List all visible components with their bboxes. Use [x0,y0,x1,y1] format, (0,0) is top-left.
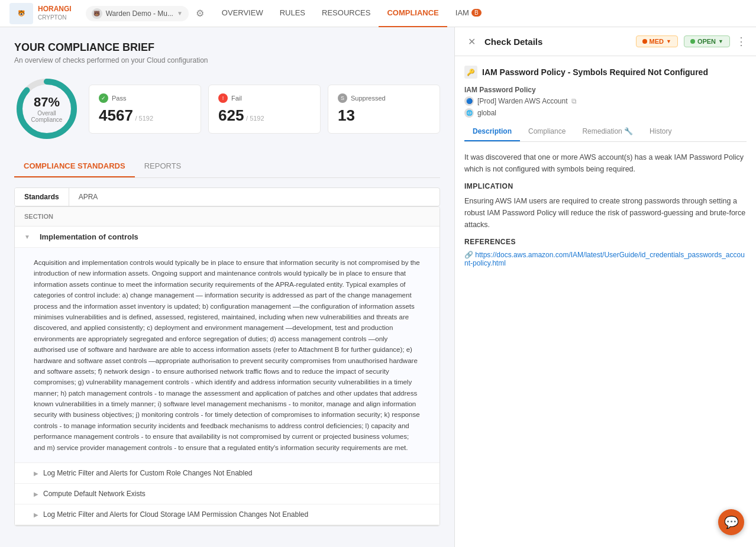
panel-title: Check Details [484,37,630,47]
stat-cards: ✓ Pass 4567 / 5192 ! Fail 625 [89,85,440,134]
main-layout: YOUR COMPLIANCE BRIEF An overview of che… [0,27,756,547]
chevron-down-icon[interactable]: ▼ [24,234,30,240]
check-row[interactable]: ▶ Compute Default Network Exists [15,484,440,504]
check-name-row: 🔑 IAM Password Policy - Symbols Required… [464,66,747,79]
region-meta-icon: 🌐 [464,108,474,118]
brief-title: YOUR COMPLIANCE BRIEF [14,41,440,54]
nav-iam[interactable]: IAM B [447,0,490,27]
chat-button[interactable]: 💬 [718,509,744,535]
severity-dot [642,39,647,44]
compliance-brief: YOUR COMPLIANCE BRIEF An overview of che… [14,41,440,64]
check-category-icon: 🔑 [464,66,477,79]
chevron-right-icon: ▶ [34,512,38,518]
right-panel: ✕ Check Details MED ▼ OPEN ▼ ⋮ 🔑 IAM Pas… [454,27,756,547]
tab-apra[interactable]: APRA [69,188,108,206]
panel-header: ✕ Check Details MED ▼ OPEN ▼ ⋮ [455,27,756,56]
section-label: Implementation of controls [40,232,138,241]
account-meta-icon: 🔵 [464,96,474,106]
check-meta: IAM Password Policy 🔵 [Prod] Warden AWS … [464,86,747,118]
check-name: IAM Password Policy - Symbols Required N… [482,67,708,77]
severity-label: MED [650,38,664,45]
tab-standards[interactable]: Standards [15,188,69,206]
fail-label: Fail [231,95,242,102]
compliance-donut: 87% Overall Compliance [14,76,79,141]
nav-resources[interactable]: RESOURCES [314,0,379,27]
settings-button[interactable]: ⚙ [196,8,204,19]
section-description: Acquisition and implementation controls … [15,248,440,463]
pass-label: Pass [112,95,126,102]
account-name: Warden Demo - Mu... [106,9,173,18]
references-heading: REFERENCES [464,238,747,246]
copy-button[interactable]: ⧉ [571,97,577,105]
chevron-down-icon: ▼ [666,38,671,44]
tab-compliance[interactable]: Compliance [520,122,574,141]
iam-badge: B [471,9,482,17]
logo-text: HORANGICRYPTON [38,5,72,21]
account-row: 🔵 [Prod] Warden AWS Account ⧉ [464,96,747,106]
check-row[interactable]: ▶ Log Metric Filter and Alerts for Cloud… [15,504,440,525]
tab-reports[interactable]: REPORTS [135,156,191,177]
description-content: It was discovered that one or more AWS a… [464,151,747,267]
region-value: global [477,109,496,117]
left-panel: YOUR COMPLIANCE BRIEF An overview of che… [0,27,454,547]
suppressed-label: Suppressed [351,95,386,102]
tab-compliance-standards[interactable]: COMPLIANCE STANDARDS [14,156,135,177]
check-row[interactable]: ▶ Log Metric Filter and Alerts for Custo… [15,463,440,484]
chevron-right-icon: ▶ [34,491,38,497]
tab-remediation[interactable]: Remediation 🔧 [574,122,641,141]
fail-count: 625 / 5192 [218,106,311,125]
description-text: It was discovered that one or more AWS a… [464,151,747,175]
pass-count: 4567 / 5192 [99,106,191,125]
nav-overview[interactable]: OVERVIEW [214,0,272,27]
section-row[interactable]: ▼ Implementation of controls [15,226,440,248]
standards-tabs: Standards APRA [14,187,440,206]
status-label: OPEN [697,38,716,45]
severity-dropdown[interactable]: MED ▼ [636,35,678,47]
implication-heading: IMPLICATION [464,182,747,190]
pass-icon: ✓ [99,93,108,103]
fail-card: ! Fail 625 / 5192 [208,85,321,134]
compliance-table: Section ▼ Implementation of controls Acq… [14,206,440,526]
fail-icon: ! [218,93,228,103]
logo-icon: 🐯 [9,3,33,24]
status-dot [690,39,695,44]
nav-rules[interactable]: RULES [272,0,314,27]
check-category-label: IAM Password Policy [464,86,747,94]
more-options-button[interactable]: ⋮ [736,35,747,48]
check-label-1: Log Metric Filter and Alerts for Custom … [43,469,253,477]
implication-text: Ensuring AWS IAM users are required to c… [464,195,747,231]
chevron-right-icon: ▶ [34,470,38,477]
panel-body: 🔑 IAM Password Policy - Symbols Required… [455,56,756,547]
check-label-2: Compute Default Network Exists [43,490,146,498]
nav-items: OVERVIEW RULES RESOURCES COMPLIANCE IAM … [214,0,490,27]
expanded-content: Acquisition and implementation controls … [15,248,440,526]
brief-subtitle: An overview of checks performed on your … [14,56,440,64]
status-dropdown[interactable]: OPEN ▼ [684,35,730,47]
brief-row: 87% Overall Compliance ✓ Pass 4567 / 519… [14,76,440,141]
region-row: 🌐 global [464,108,747,118]
logo-area: 🐯 HORANGICRYPTON [9,3,72,24]
pass-card: ✓ Pass 4567 / 5192 [89,85,201,134]
tab-history[interactable]: History [641,122,680,141]
main-tabs: COMPLIANCE STANDARDS REPORTS [14,156,440,178]
detail-tabs: Description Compliance Remediation 🔧 His… [464,122,747,142]
suppressed-icon: S [338,93,347,103]
account-icon: 🐻 [92,8,102,19]
compliance-percentage: 87% [31,95,63,110]
chevron-down-icon: ▼ [177,10,183,17]
suppressed-count: 13 [338,106,430,125]
compliance-label: Overall Compliance [31,110,63,123]
account-value: [Prod] Warden AWS Account [477,97,568,105]
nav-compliance[interactable]: COMPLIANCE [379,0,447,27]
close-button[interactable]: ✕ [464,34,479,48]
suppressed-card: S Suppressed 13 [328,85,440,134]
check-label-3: Log Metric Filter and Alerts for Cloud S… [43,510,308,519]
table-header: Section [15,207,440,226]
reference-link[interactable]: https://docs.aws.amazon.com/IAM/latest/U… [464,251,747,267]
tab-description[interactable]: Description [464,122,520,141]
account-selector[interactable]: 🐻 Warden Demo - Mu... ▼ [86,6,189,21]
top-navigation: 🐯 HORANGICRYPTON 🐻 Warden Demo - Mu... ▼… [0,0,756,27]
chevron-down-icon: ▼ [718,38,723,44]
